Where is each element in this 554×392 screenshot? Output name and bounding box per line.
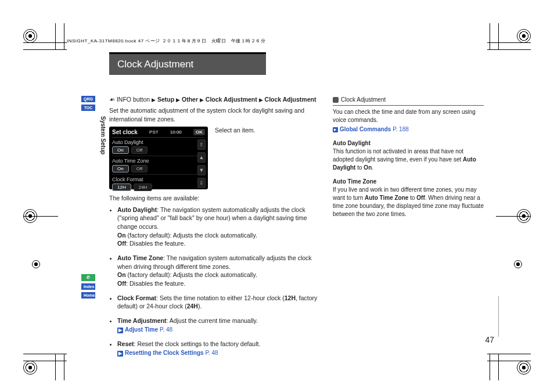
screen-opt: Off bbox=[131, 146, 148, 154]
item-on: (factory default): Adjusts the clock aut… bbox=[126, 232, 257, 239]
side-sub1: Auto Daylight This function is not activ… bbox=[333, 139, 484, 172]
scroll-top-icon: ⇧ bbox=[197, 139, 206, 150]
side-sub-body: This function is not activated in areas … bbox=[333, 148, 484, 172]
screen-ok: OK bbox=[193, 129, 205, 135]
tab-voice-icon[interactable]: ✆ bbox=[81, 274, 95, 281]
select-item-text: Select an item. bbox=[215, 127, 255, 189]
reg-mark-icon bbox=[23, 209, 37, 223]
sidebar-tabs-bottom: ✆ Index Home bbox=[81, 274, 95, 299]
scroll-down-icon: ▼ bbox=[197, 165, 206, 175]
tab-toc[interactable]: TOC bbox=[81, 105, 95, 111]
side-heading-text: Clock Adjustment bbox=[341, 96, 386, 104]
item-name: Time Adjustment bbox=[117, 317, 167, 324]
intro-text: Set the automatic adjustment of the syst… bbox=[109, 106, 318, 123]
reg-mark-icon bbox=[514, 260, 522, 268]
screen-time: 10:00 bbox=[170, 130, 182, 135]
screen-scroll-icons: ⇧ ▲ ▼ ⇩ bbox=[197, 139, 206, 188]
margin-line bbox=[498, 296, 499, 337]
item-desc: : Adjust the current time manually. bbox=[167, 317, 258, 324]
tab-index[interactable]: Index bbox=[81, 283, 95, 290]
main-column: ☙ INFO button ▶ Setup ▶ Other ▶ Clock Ad… bbox=[109, 96, 318, 363]
screen-row-label: Clock Format bbox=[112, 177, 143, 182]
item-name: Clock Format bbox=[117, 294, 156, 301]
screen-opt: 24H bbox=[134, 184, 153, 191]
link-adjust-time[interactable]: ▶Adjust Time bbox=[117, 326, 158, 333]
screen-title: Set clock bbox=[112, 129, 138, 135]
side-sub2: Auto Time Zone If you live and work in t… bbox=[333, 178, 484, 218]
items-list: Auto Daylight: The navigation system aut… bbox=[109, 206, 318, 357]
list-item: Auto Time Zone: The navigation system au… bbox=[117, 254, 318, 288]
link-arrow-icon bbox=[333, 127, 338, 132]
page-ref: P. 48 bbox=[206, 350, 218, 356]
reg-mark-icon bbox=[517, 29, 531, 43]
link-reset-clock[interactable]: ▶Resetting the Clock Settings bbox=[117, 350, 204, 356]
note-icon bbox=[333, 97, 339, 103]
side-sub-title: Auto Time Zone bbox=[333, 178, 484, 186]
breadcrumb: ☙ INFO button ▶ Setup ▶ Other ▶ Clock Ad… bbox=[109, 96, 318, 103]
item-name: Auto Time Zone bbox=[117, 254, 163, 261]
breadcrumb-prefix: INFO button bbox=[117, 96, 150, 103]
bc-setup: Setup bbox=[157, 96, 174, 103]
screen-row-label: Auto Daylight bbox=[112, 139, 143, 145]
scroll-bottom-icon: ⇩ bbox=[197, 178, 206, 188]
reg-mark-icon bbox=[32, 260, 40, 268]
reg-mark-icon bbox=[517, 361, 531, 375]
screen-opt: Off bbox=[131, 165, 148, 172]
item-name: Reset bbox=[117, 340, 134, 347]
list-item: Clock Format: Sets the time notation to … bbox=[117, 294, 318, 311]
bc-other: Other bbox=[182, 96, 198, 103]
device-screenshot: Set clock PST 10:00 OK Auto Daylight On … bbox=[109, 127, 208, 189]
list-item: Auto Daylight: The navigation system aut… bbox=[117, 206, 318, 248]
side-heading: Clock Adjustment bbox=[333, 96, 484, 106]
screen-opt: On bbox=[112, 165, 129, 172]
reg-mark-icon bbox=[23, 29, 37, 43]
item-desc: : Reset the clock settings to the factor… bbox=[134, 340, 261, 347]
page-title: Clock Adjustment bbox=[109, 52, 266, 75]
tab-home[interactable]: Home bbox=[81, 292, 95, 299]
item-desc: : Sets the time notation to either 12-ho… bbox=[156, 294, 285, 301]
item-on: (factory default): Adjusts the clock aut… bbox=[126, 271, 257, 278]
side-column: Clock Adjustment You can check the time … bbox=[333, 96, 484, 363]
reg-mark-icon bbox=[517, 209, 531, 223]
side-sub-body: If you live and work in two different ti… bbox=[333, 186, 484, 218]
side-sub-title: Auto Daylight bbox=[333, 139, 484, 148]
reg-mark-icon bbox=[23, 361, 37, 375]
link-global-commands[interactable]: Global Commands bbox=[340, 126, 391, 132]
bc-clock-adj2: Clock Adjustment bbox=[265, 96, 316, 103]
print-header: INSIGHT_KA-31TM8820.book 47 ページ ２０１１年８月９… bbox=[67, 38, 265, 44]
item-off: : Disables the feature. bbox=[126, 240, 185, 247]
page-number: 47 bbox=[485, 335, 494, 344]
list-item: Reset: Reset the clock settings to the f… bbox=[117, 340, 318, 357]
side-body: You can check the time and date from any… bbox=[333, 108, 484, 124]
item-off: : Disables the feature. bbox=[126, 280, 185, 287]
following-text: The following items are available: bbox=[109, 194, 318, 203]
item-name: Auto Daylight bbox=[117, 206, 157, 213]
info-icon: ☙ bbox=[109, 96, 115, 103]
list-item: Time Adjustment: Adjust the current time… bbox=[117, 317, 318, 334]
page-ref: P. 48 bbox=[160, 326, 172, 333]
tab-qrg[interactable]: QRG bbox=[81, 96, 95, 102]
section-label: System Setup bbox=[100, 116, 106, 154]
sidebar-tabs-top: QRG TOC bbox=[81, 96, 95, 111]
screen-row-label: Auto Time Zone bbox=[112, 158, 149, 164]
page-ref: P. 188 bbox=[393, 126, 409, 132]
screen-zone: PST bbox=[149, 130, 159, 135]
bc-clock-adj: Clock Adjustment bbox=[206, 96, 257, 103]
scroll-up-icon: ▲ bbox=[197, 152, 206, 163]
screen-opt: On bbox=[112, 146, 129, 154]
screen-opt: 12H bbox=[112, 184, 131, 191]
